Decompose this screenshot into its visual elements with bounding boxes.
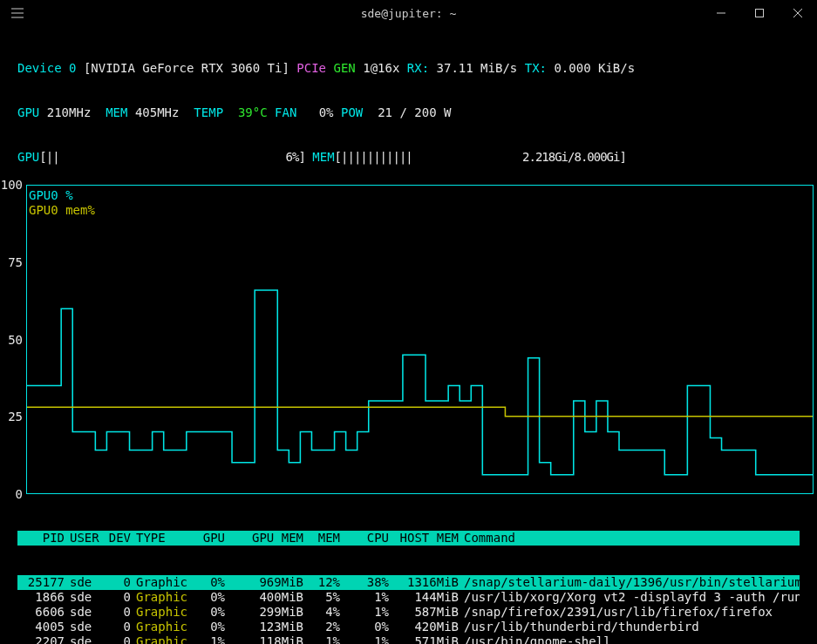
close-button[interactable] — [779, 0, 817, 26]
table-row[interactable]: 2207sde0Graphic1%118MiB1%1%571MiB/usr/bi… — [17, 634, 800, 644]
table-row[interactable]: 1866sde0Graphic0%400MiB5%1%144MiB/usr/li… — [17, 590, 800, 605]
chart-gpu-series — [27, 290, 813, 475]
stats-line: GPU 210MHz MEM 405MHz TEMP 39°C FAN 0% P… — [17, 105, 800, 120]
process-table[interactable]: PID USER DEV TYPE GPU GPU MEM MEM CPU HO… — [17, 501, 800, 644]
chart-ytick: 100 — [1, 178, 23, 192]
window-title: sde@jupiter: ~ — [0, 7, 817, 20]
table-row[interactable]: 6606sde0Graphic0%299MiB4%1%587MiB/snap/f… — [17, 605, 800, 620]
maximize-button[interactable] — [740, 0, 779, 26]
chart-ytick: 25 — [8, 410, 23, 424]
chart-mem-series — [27, 407, 813, 417]
hamburger-menu-button[interactable] — [0, 8, 35, 18]
chart-ytick: 50 — [8, 333, 23, 347]
chart-ytick: 75 — [8, 255, 23, 269]
chart-ytick: 0 — [16, 487, 23, 501]
bars-line: GPU[|| 6%] MEM[||||||||||| 2.218Gi/8.000… — [17, 150, 800, 165]
svg-rect-0 — [756, 10, 764, 17]
title-bar: sde@jupiter: ~ — [0, 0, 817, 26]
gpu-chart: 0255075100 GPU0 % GPU0 mem% — [0, 185, 817, 494]
device-line: Device 0 [NVIDIA GeForce RTX 3060 Ti] PC… — [17, 61, 800, 76]
table-row[interactable]: 25177sde0Graphic0%969MiB12%38%1316MiB/sn… — [17, 575, 800, 590]
minimize-button[interactable] — [702, 0, 740, 26]
table-row[interactable]: 4005sde0Graphic0%123MiB2%0%420MiB/usr/li… — [17, 620, 800, 634]
table-header[interactable]: PID USER DEV TYPE GPU GPU MEM MEM CPU HO… — [17, 531, 800, 546]
